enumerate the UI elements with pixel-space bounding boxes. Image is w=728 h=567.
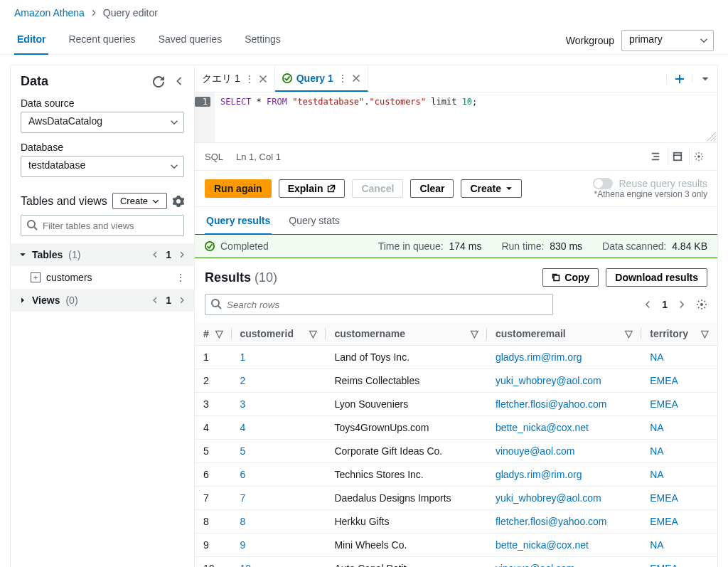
cell-territory[interactable]: NA — [641, 416, 717, 440]
cell-territory[interactable]: NA — [641, 346, 717, 369]
cell-customerid[interactable]: 8 — [232, 510, 326, 534]
cell-customeremail[interactable]: bette_nicka@cox.net — [487, 416, 641, 440]
cell-territory[interactable]: EMEA — [641, 557, 717, 568]
tab-query-stats[interactable]: Query stats — [287, 208, 341, 235]
cell-customerid[interactable]: 9 — [232, 534, 326, 557]
cell-customeremail[interactable]: bette_nicka@cox.net — [487, 534, 641, 557]
filter-tables-input[interactable] — [21, 215, 184, 236]
cell-customeremail[interactable]: fletcher.flosi@yahoo.com — [487, 510, 641, 534]
cell-territory[interactable]: EMEA — [641, 393, 717, 416]
tab-editor[interactable]: Editor — [14, 26, 48, 55]
tab-recent[interactable]: Recent queries — [65, 26, 138, 55]
col-index[interactable]: #▽ — [195, 322, 232, 346]
sort-icon[interactable]: ▽ — [215, 328, 223, 339]
table-item[interactable]: + customers ⋮ — [11, 266, 194, 289]
tab-overflow-button[interactable] — [692, 75, 717, 83]
gear-icon[interactable] — [173, 196, 184, 207]
next-page-icon[interactable] — [678, 300, 686, 309]
tab-menu-icon[interactable]: ⋮ — [245, 73, 255, 85]
create-table-button[interactable]: Create — [112, 193, 167, 209]
views-group[interactable]: Views(0) 1 — [11, 289, 194, 312]
cell-customerid[interactable]: 1 — [232, 346, 326, 369]
col-customeremail[interactable]: customeremail▽ — [487, 322, 641, 346]
col-territory[interactable]: territory▽ — [641, 322, 717, 346]
cell-territory[interactable]: EMEA — [641, 510, 717, 534]
editor-settings-icon[interactable] — [689, 147, 707, 166]
table-row[interactable]: 11Land of Toys Inc.gladys.rim@rim.orgNA — [195, 346, 717, 369]
table-settings-icon[interactable] — [696, 299, 707, 310]
tab-settings[interactable]: Settings — [242, 26, 284, 55]
table-row[interactable]: 22Reims Collectablesyuki_whobrey@aol.com… — [195, 369, 717, 393]
explain-button[interactable]: Explain — [279, 179, 346, 198]
cell-territory[interactable]: NA — [641, 463, 717, 487]
datasource-select[interactable]: AwsDataCatalog — [21, 112, 184, 133]
cell-territory[interactable]: EMEA — [641, 487, 717, 510]
download-button[interactable]: Download results — [606, 268, 707, 287]
sort-icon[interactable]: ▽ — [625, 328, 633, 339]
table-row[interactable]: 88Herkku Giftsfletcher.flosi@yahoo.comEM… — [195, 510, 717, 534]
create-query-button[interactable]: Create — [461, 179, 522, 198]
run-button[interactable]: Run again — [205, 179, 272, 198]
results-count: (10) — [255, 270, 277, 285]
tab-saved[interactable]: Saved queries — [156, 26, 225, 55]
table-row[interactable]: 55Corporate Gift Ideas Co.vinouye@aol.co… — [195, 440, 717, 463]
cell-territory[interactable]: EMEA — [641, 369, 717, 393]
prev-page-icon[interactable] — [151, 251, 159, 258]
col-customerid[interactable]: customerid▽ — [232, 322, 326, 346]
sort-icon[interactable]: ▽ — [701, 328, 709, 339]
search-rows-input[interactable] — [205, 294, 553, 315]
refresh-icon[interactable] — [153, 76, 164, 88]
next-page-icon[interactable] — [178, 251, 186, 258]
cell-territory[interactable]: NA — [641, 440, 717, 463]
cell-customeremail[interactable]: yuki_whobrey@aol.com — [487, 487, 641, 510]
sort-icon[interactable]: ▽ — [309, 328, 317, 339]
cell-customeremail[interactable]: vinouye@aol.com — [487, 440, 641, 463]
table-row[interactable]: 1010Auto Canal Petitvinouye@aol.comEMEA — [195, 557, 717, 568]
table-row[interactable]: 99Mini Wheels Co.bette_nicka@cox.netNA — [195, 534, 717, 557]
workgroup-select[interactable]: primary — [621, 30, 714, 51]
cell-customeremail[interactable]: fletcher.flosi@yahoo.com — [487, 393, 641, 416]
query-tab-2[interactable]: Query 1 ⋮ — [275, 65, 368, 92]
expand-editor-icon[interactable] — [668, 147, 686, 166]
cell-customerid[interactable]: 3 — [232, 393, 326, 416]
table-row[interactable]: 44Toys4GrownUps.combette_nicka@cox.netNA — [195, 416, 717, 440]
expand-icon[interactable]: + — [31, 272, 41, 282]
cell-customeremail[interactable]: yuki_whobrey@aol.com — [487, 369, 641, 393]
code-content[interactable]: SELECT * FROM "testdatabase"."customers"… — [215, 92, 717, 142]
prev-page-icon[interactable] — [151, 297, 159, 304]
prev-page-icon[interactable] — [643, 300, 652, 309]
next-page-icon[interactable] — [178, 297, 186, 304]
tab-query-results[interactable]: Query results — [205, 208, 272, 235]
col-customername[interactable]: customername▽ — [326, 322, 486, 346]
clear-button[interactable]: Clear — [410, 179, 454, 198]
copy-button[interactable]: Copy — [542, 268, 599, 287]
tables-group[interactable]: Tables(1) 1 — [11, 243, 194, 266]
cell-customerid[interactable]: 4 — [232, 416, 326, 440]
collapse-icon[interactable] — [174, 76, 184, 88]
cell-customerid[interactable]: 2 — [232, 369, 326, 393]
cell-customerid[interactable]: 7 — [232, 487, 326, 510]
table-row[interactable]: 66Technics Stores Inc.gladys.rim@rim.org… — [195, 463, 717, 487]
close-icon[interactable] — [352, 74, 360, 83]
cell-territory[interactable]: NA — [641, 534, 717, 557]
table-row[interactable]: 33Lyon Souveniersfletcher.flosi@yahoo.co… — [195, 393, 717, 416]
cell-customerid[interactable]: 10 — [232, 557, 326, 568]
more-icon[interactable]: ⋮ — [176, 272, 186, 283]
cell-customerid[interactable]: 5 — [232, 440, 326, 463]
tab-menu-icon[interactable]: ⋮ — [338, 73, 348, 84]
close-icon[interactable] — [259, 75, 267, 83]
format-icon[interactable] — [646, 147, 665, 166]
resize-handle-icon[interactable] — [707, 132, 716, 141]
breadcrumb-service[interactable]: Amazon Athena — [14, 7, 85, 18]
database-select[interactable]: testdatabase — [21, 156, 184, 177]
cell-customerid[interactable]: 6 — [232, 463, 326, 487]
reuse-toggle[interactable] — [593, 178, 613, 189]
sort-icon[interactable]: ▽ — [471, 328, 478, 339]
sql-editor[interactable]: 1 SELECT * FROM "testdatabase"."customer… — [195, 92, 717, 143]
cell-customeremail[interactable]: gladys.rim@rim.org — [487, 463, 641, 487]
query-tab-1[interactable]: クエリ 1 ⋮ — [195, 65, 275, 92]
table-row[interactable]: 77Daedalus Designs Importsyuki_whobrey@a… — [195, 487, 717, 510]
cell-customeremail[interactable]: gladys.rim@rim.org — [487, 346, 641, 369]
cell-customeremail[interactable]: vinouye@aol.com — [487, 557, 641, 568]
add-tab-button[interactable] — [666, 73, 692, 85]
